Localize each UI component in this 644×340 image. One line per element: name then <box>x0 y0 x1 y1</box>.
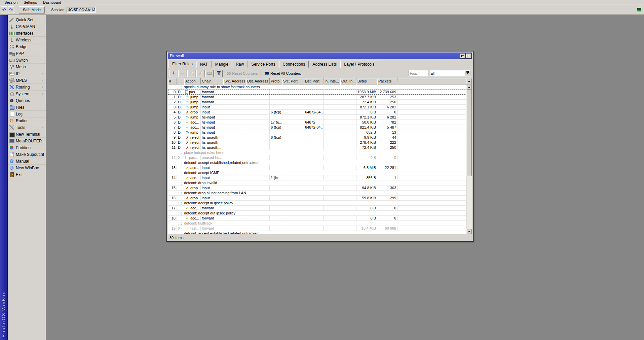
rule-row[interactable]: 18✓acc...forward0 B0 <box>168 216 466 221</box>
disable-rule-button[interactable]: ✗ <box>196 70 204 77</box>
comment-row[interactable]: ;;;place hotspot rules here <box>168 150 466 155</box>
tab-filter-rules[interactable]: Filter Rules <box>168 60 196 68</box>
vertical-scrollbar[interactable] <box>466 84 472 234</box>
add-rule-button[interactable]: + <box>169 70 177 77</box>
comment-row[interactable]: ;;;defconf: accept established,related,u… <box>168 231 466 234</box>
scrollbar-track[interactable] <box>466 90 472 229</box>
sidebar-item-system[interactable]: System <box>8 91 46 97</box>
sidebar-item-files[interactable]: Files <box>8 104 46 111</box>
sidebar-item-interfaces[interactable]: Interfaces <box>8 30 46 37</box>
comment-row[interactable]: ;;;defconf: accept ICMP <box>168 170 466 175</box>
close-button[interactable]: × <box>466 54 471 58</box>
sidebar-item-new-winbox[interactable]: New WinBox <box>8 165 46 171</box>
column-header-flags[interactable] <box>177 78 184 84</box>
scrollbar-thumb[interactable] <box>466 90 472 176</box>
sidebar-item-log[interactable]: Log <box>8 111 46 117</box>
sidebar-item-tools[interactable]: Tools <box>8 124 46 131</box>
menu-session[interactable]: Session <box>1 0 21 5</box>
sidebar-item-switch[interactable]: Switch <box>8 57 46 64</box>
rule-row[interactable]: 12Xpas...unused-hs...0 B0 <box>168 155 466 160</box>
column-header-action[interactable]: Action <box>184 78 201 84</box>
rule-row[interactable]: 13✓acc...input6.5 MiB22 281 <box>168 165 466 170</box>
restore-button[interactable] <box>460 54 465 58</box>
sidebar-item-capsman[interactable]: CAPsMAN <box>8 23 46 30</box>
safe-mode-button[interactable]: Safe Mode <box>19 6 45 13</box>
column-header-[interactable]: # <box>168 78 177 84</box>
dropdown-button[interactable] <box>465 70 470 76</box>
column-header-src-port[interactable]: Src. Port <box>282 78 304 84</box>
rule-row[interactable]: 6D✓acc...hs-input17 (u...6487250.0 KiB78… <box>168 120 466 125</box>
sidebar-item-new-terminal[interactable]: New Terminal <box>8 131 46 138</box>
menu-settings[interactable]: Settings <box>21 0 40 5</box>
session-value-box[interactable]: 4C:5E:0C:AA:1A... <box>67 7 96 13</box>
comment-row[interactable]: ;;;defconf: fasttrack <box>168 221 466 226</box>
rule-row[interactable]: 15✗dropinput94.8 KiB1 363 <box>168 185 466 191</box>
comment-row[interactable]: ;;;defconf: drop all not coming from LAN <box>168 191 466 196</box>
column-header-filler[interactable] <box>397 78 466 84</box>
rule-row[interactable]: 5D↷jumphs-input872.1 KiB6 282 <box>168 115 466 120</box>
tab-address-lists[interactable]: Address Lists <box>309 61 340 68</box>
sidebar-item-metarouter[interactable]: MetaROUTER <box>8 138 46 144</box>
filter-button[interactable] <box>215 70 223 77</box>
rule-row[interactable]: 10D✗rejecths-unauth278.4 KiB222 <box>168 140 466 145</box>
column-header-in-inte[interactable]: In. Inte... <box>324 78 340 84</box>
comment-button[interactable] <box>205 70 214 77</box>
rule-row[interactable]: 4D✗dropinput6 (tcp)64872-64...0 B0 <box>168 110 466 115</box>
column-header-src-address[interactable]: Src. Address <box>223 78 246 84</box>
column-header-chain[interactable]: Chain <box>201 78 223 84</box>
sidebar-item-radius[interactable]: Radius <box>8 117 46 124</box>
rule-row[interactable]: 7D✓acc...hs-input6 (tcp)64872-64...821.4… <box>168 125 466 130</box>
sidebar-item-partition[interactable]: Partition <box>8 144 46 151</box>
reset-counters-button[interactable]: 00 Reset Counters <box>224 70 261 77</box>
tab-mangle[interactable]: Mangle <box>212 61 232 68</box>
sidebar-item-bridge[interactable]: Bridge <box>8 43 46 50</box>
rule-row[interactable]: 8D↷jumphs-input652 B13 <box>168 130 466 135</box>
window-titlebar[interactable]: Firewall × <box>168 53 472 59</box>
rule-row[interactable]: 2D↷jumpforward72.4 KiB250 <box>168 100 466 105</box>
rule-row[interactable]: 9D✗rejecths-unauth6 (tcp)9.9 KiB44 <box>168 135 466 140</box>
scroll-down-button[interactable] <box>466 229 472 234</box>
comment-row[interactable]: ;;;defconf: accept established,related,u… <box>168 160 466 165</box>
rule-row[interactable]: 1D↷jumpforward287.7 KiB253 <box>168 95 466 100</box>
tab-connections[interactable]: Connections <box>279 61 309 68</box>
sidebar-item-queues[interactable]: Queues <box>8 97 46 104</box>
tab-nat[interactable]: NAT <box>196 61 212 68</box>
rule-row[interactable]: 11D✗rejecths-unauth...72.4 KiB250 <box>168 145 466 150</box>
sidebar-item-wireless[interactable]: Wireless <box>8 37 46 43</box>
column-header-bytes[interactable]: Bytes <box>356 78 377 84</box>
reset-all-counters-button[interactable]: 00 Reset All Counters <box>262 70 304 77</box>
column-header-out-in[interactable]: Out. In... <box>340 78 356 84</box>
column-header-packets[interactable]: Packets <box>377 78 397 84</box>
remove-rule-button[interactable]: − <box>178 70 186 77</box>
comment-row[interactable]: ;;;special dummy rule to show fasttrack … <box>168 84 466 90</box>
rule-row[interactable]: 0Dpas...forward1953.9 MiB2 739 609 <box>168 90 466 95</box>
rule-row[interactable]: 19X»fast...forward13.4 MiB60 968 <box>168 226 466 231</box>
tab-service-ports[interactable]: Service Ports <box>248 61 279 68</box>
tab-layer7-protocols[interactable]: Layer7 Protocols <box>340 61 378 68</box>
column-header-proto[interactable]: Proto... <box>270 78 282 84</box>
sidebar-item-exit[interactable]: Exit <box>8 171 46 178</box>
sidebar-item-mpls[interactable]: MPLS <box>8 77 46 84</box>
comment-row[interactable]: ;;;defconf: accept out ipsec policy <box>168 211 466 216</box>
rule-row[interactable]: 17✓acc...forward0 B0 <box>168 206 466 211</box>
find-input[interactable] <box>409 70 428 76</box>
sidebar-item-routing[interactable]: Routing <box>8 84 46 91</box>
sidebar-item-ip[interactable]: IP <box>8 70 46 77</box>
column-header-dst-address[interactable]: Dst. Address <box>246 78 270 84</box>
scroll-up-button[interactable] <box>466 84 472 90</box>
comment-row[interactable]: ;;;defconf: accept in ipsec policy <box>168 201 466 206</box>
sidebar-item-manual[interactable]: Manual <box>8 158 46 165</box>
sidebar-item-ppp[interactable]: PPP <box>8 50 46 57</box>
chain-filter-select[interactable]: all <box>429 70 471 76</box>
rule-row[interactable]: 14✓acc...input1 (ic...356 B1 <box>168 175 466 180</box>
column-selector-button[interactable] <box>466 78 472 84</box>
comment-row[interactable]: ;;;defconf: drop invalid <box>168 180 466 185</box>
rule-row[interactable]: 3D↷jumpinput872.1 KiB6 282 <box>168 105 466 110</box>
enable-rule-button[interactable]: ✓ <box>187 70 195 77</box>
tab-raw[interactable]: Raw <box>232 61 248 68</box>
rule-row[interactable]: 16✗dropinput59.8 KiB299 <box>168 196 466 201</box>
redo-button[interactable]: ↷ <box>8 6 14 13</box>
undo-button[interactable]: ↶ <box>1 6 7 13</box>
column-header-dst-port[interactable]: Dst. Port <box>304 78 324 84</box>
sidebar-item-make-supout-rif[interactable]: Make Supout.rif <box>8 151 46 158</box>
